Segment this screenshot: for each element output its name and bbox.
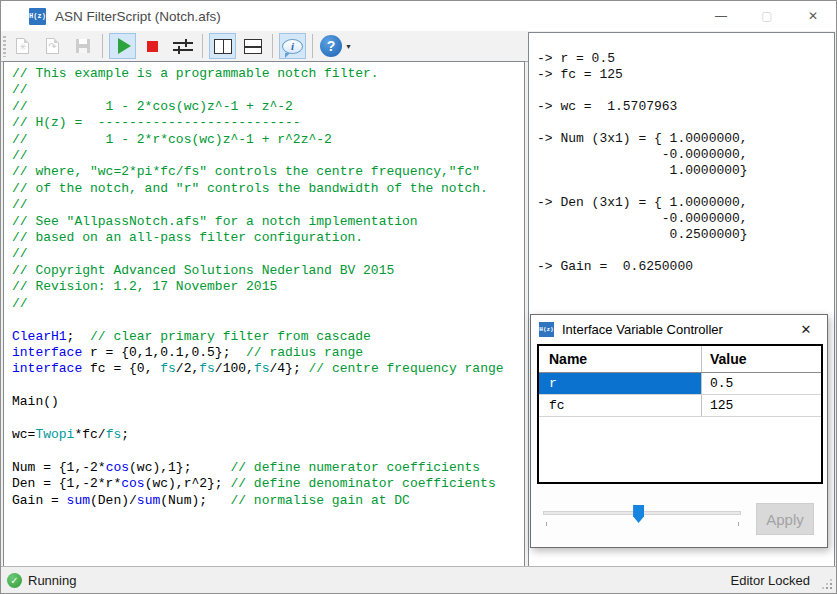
save-icon: [76, 39, 90, 53]
console-line: -> wc = 1.5707963: [537, 99, 834, 115]
code-line: // Copyright Advanced Solutions Nederlan…: [12, 263, 524, 279]
code-line: interface r = {0,1,0.1,0.5}; // radius r…: [12, 345, 524, 361]
console-lines: -> r = 0.5-> fc = 125 -> wc = 1.5707963 …: [537, 51, 834, 275]
interface-variable-controller-window: H(z) Interface Variable Controller ✕ Nam…: [530, 314, 828, 548]
variable-value-cell[interactable]: 125: [702, 395, 821, 416]
code-line: // 1 - 2*cos(wc)z^-1 + z^-2: [12, 99, 524, 115]
table-row[interactable]: fc125: [539, 395, 821, 417]
new-file-icon: ✳: [16, 38, 29, 54]
help-button[interactable]: ? ▼: [319, 33, 353, 59]
code-line: // based on an all-pass filter configura…: [12, 230, 524, 246]
status-running-label: Running: [28, 573, 76, 588]
toolbar-separator: [312, 34, 313, 58]
code-line: // Revision: 1.2, 17 November 2015: [12, 279, 524, 295]
console-line: 0.2500000}: [537, 227, 834, 243]
minimize-button[interactable]: —: [698, 1, 744, 31]
toolbar-grip[interactable]: [3, 36, 6, 57]
code-line: Main(): [12, 394, 524, 410]
status-bar: ✓ Running Editor Locked: [1, 566, 836, 593]
console-line: 1.0000000}: [537, 163, 834, 179]
code-line: // of the notch, and "r" controls the ba…: [12, 181, 524, 197]
ivc-close-button[interactable]: ✕: [791, 315, 821, 343]
help-dropdown-arrow[interactable]: ▼: [345, 43, 352, 50]
toolbar-separator: [102, 34, 103, 58]
code-line: [12, 378, 524, 394]
ivc-title-bar[interactable]: H(z) Interface Variable Controller ✕: [531, 315, 827, 343]
split-horizontal-icon: [244, 39, 262, 54]
console-line: -> Den (3x1) = { 1.0000000,: [537, 195, 834, 211]
open-file-button: ↶: [39, 33, 66, 59]
filter-settings-button[interactable]: [169, 33, 196, 59]
console-line: -> r = 0.5: [537, 51, 834, 67]
run-button[interactable]: [109, 33, 136, 59]
resize-grip[interactable]: [830, 587, 832, 589]
code-line: // where, "wc=2*pi*fc/fs" controls the c…: [12, 164, 524, 180]
code-editor[interactable]: // This example is a programmable notch …: [3, 61, 525, 567]
code-line: [12, 443, 524, 459]
help-icon: ?: [320, 35, 342, 57]
app-icon: H(z): [29, 8, 46, 25]
open-file-icon: ↶: [46, 38, 59, 54]
table-header-name: Name: [539, 346, 702, 372]
console-line: -0.0000000,: [537, 147, 834, 163]
info-button[interactable]: i: [279, 33, 306, 59]
ivc-window-title: Interface Variable Controller: [562, 322, 723, 337]
split-horizontal-button[interactable]: [239, 33, 266, 59]
code-line: interface fc = {0, fs/2,fs/100,fs/4}; //…: [12, 361, 524, 377]
code-line: ClearH1; // clear primary filter from ca…: [12, 329, 524, 345]
title-bar: H(z) ASN FilterScript (Notch.afs) — ▢ ✕: [1, 1, 836, 31]
console-line: [537, 243, 834, 259]
console-line: -> Num (3x1) = { 1.0000000,: [537, 131, 834, 147]
stop-icon: [147, 41, 158, 52]
window-title: ASN FilterScript (Notch.afs): [55, 9, 221, 24]
variable-value-cell[interactable]: 0.5: [702, 373, 821, 394]
code-line: [12, 411, 524, 427]
slider-tick-left: [546, 522, 547, 526]
table-header-value: Value: [702, 346, 821, 372]
tune-icon: [173, 38, 193, 54]
maximize-button: ▢: [744, 1, 790, 31]
save-button: [69, 33, 96, 59]
ivc-table-body: r0.5fc125: [539, 373, 821, 417]
code-line: wc=Twopi*fc/fs;: [12, 427, 524, 443]
running-check-icon: ✓: [7, 573, 22, 588]
code-line: // 1 - 2*r*cos(wc)z^-1 + r^2z^-2: [12, 132, 524, 148]
table-header-row: Name Value: [539, 346, 821, 373]
toolbar-separator: [272, 34, 273, 58]
code-line: [12, 312, 524, 328]
table-row[interactable]: r0.5: [539, 373, 821, 395]
slider-tick-right: [738, 522, 739, 526]
console-line: -> Gain = 0.6250000: [537, 259, 834, 275]
toolbar-separator: [202, 34, 203, 58]
stop-button[interactable]: [139, 33, 166, 59]
code-line: //: [12, 82, 524, 98]
code-line: //: [12, 148, 524, 164]
code-line: // H(z) = --------------------------: [12, 115, 524, 131]
code-line: // This example is a programmable notch …: [12, 66, 524, 82]
console-line: [537, 83, 834, 99]
code-line: //: [12, 246, 524, 262]
ivc-app-icon: H(z): [539, 322, 554, 337]
app-window: H(z) ASN FilterScript (Notch.afs) — ▢ ✕ …: [0, 0, 837, 594]
console-line: -0.0000000,: [537, 211, 834, 227]
code-line: //: [12, 296, 524, 312]
code-line: // See "AllpassNotch.afs" for a notch im…: [12, 214, 524, 230]
toolbar: ✳ ↶ i ? ▼: [1, 31, 528, 62]
console-line: [537, 179, 834, 195]
status-editor-locked-label: Editor Locked: [731, 567, 811, 593]
code-line: Num = {1,-2*cos(wc),1}; // define numera…: [12, 460, 524, 476]
variable-table: Name Value r0.5fc125: [537, 344, 823, 484]
split-vertical-icon: [214, 39, 232, 54]
info-icon: i: [282, 39, 303, 54]
console-line: -> fc = 125: [537, 67, 834, 83]
console-line: [537, 115, 834, 131]
variable-slider-track[interactable]: [543, 511, 741, 515]
close-button[interactable]: ✕: [790, 1, 836, 31]
variable-name-cell[interactable]: r: [539, 373, 702, 394]
split-vertical-button[interactable]: [209, 33, 236, 59]
apply-button[interactable]: Apply: [756, 503, 814, 535]
new-file-button: ✳: [9, 33, 36, 59]
code-lines: // This example is a programmable notch …: [12, 66, 524, 509]
variable-name-cell[interactable]: fc: [539, 395, 702, 416]
variable-slider-thumb[interactable]: [633, 505, 644, 523]
